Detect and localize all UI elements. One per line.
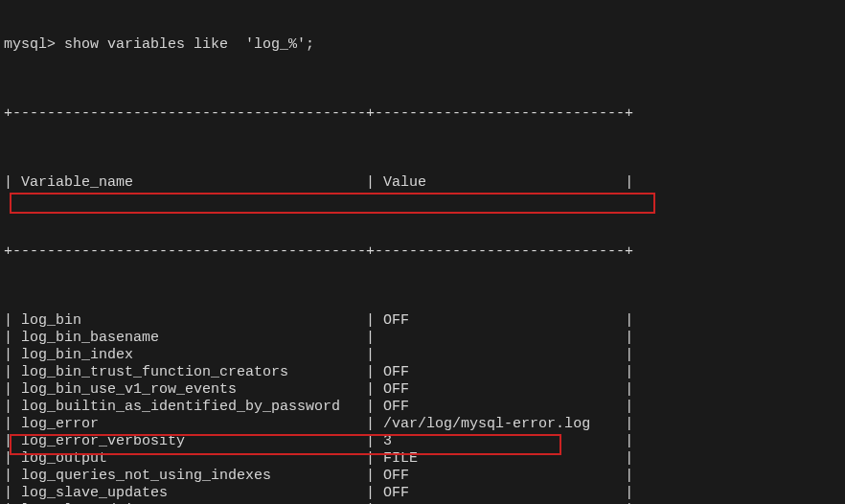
table-row: | log_bin_use_v1_row_events | OFF | (4, 381, 841, 399)
row-name: log_bin_index (21, 347, 366, 364)
highlight-log-error (10, 193, 655, 214)
pipe: | (366, 468, 383, 485)
row-name: log_builtin_as_identified_by_password (21, 399, 366, 416)
row-value: OFF (383, 485, 625, 502)
row-value: OFF (383, 468, 625, 485)
table-rows: | log_bin | OFF || log_bin_basename | ||… (4, 312, 841, 504)
sep-mid: -+---------------------------- (357, 243, 616, 261)
pipe: | (4, 450, 21, 468)
table-row: | log_error | /var/log/mysql-error.log | (4, 416, 841, 433)
pipe: | (4, 416, 21, 433)
pipe: | (625, 450, 633, 468)
table-row: | log_slave_updates | OFF | (4, 485, 841, 502)
sep-mid: -+---------------------------- (357, 105, 616, 123)
mysql-prompt: mysql> (4, 36, 64, 54)
table-sep-header: +---------------------------------------… (4, 243, 841, 261)
row-value: OFF (383, 312, 625, 330)
pipe: | (366, 364, 383, 381)
pipe: | (4, 485, 21, 502)
pipe: | (4, 174, 21, 192)
table-header-row: | Variable_name | Value | (4, 174, 841, 192)
row-name: log_bin_trust_function_creators (21, 364, 366, 381)
row-value: OFF (383, 399, 625, 416)
table-row: | log_bin_index | | (4, 347, 841, 364)
pipe: | (4, 330, 21, 347)
row-value: OFF (383, 364, 625, 381)
row-name: log_error_verbosity (21, 433, 366, 450)
row-value (383, 347, 625, 364)
table-row: | log_queries_not_using_indexes | OFF | (4, 468, 841, 485)
row-value (383, 330, 625, 347)
row-name: log_error (21, 416, 366, 433)
row-name: log_slave_updates (21, 485, 366, 502)
row-value: 3 (383, 433, 625, 450)
row-value: FILE (383, 450, 625, 468)
pipe: | (625, 399, 633, 416)
pipe: | (4, 347, 21, 364)
table-sep-top: +---------------------------------------… (4, 105, 841, 123)
row-value: /var/log/mysql-error.log (383, 416, 625, 433)
pipe: | (366, 485, 383, 502)
pipe: | (366, 381, 383, 399)
pipe: | (625, 381, 633, 399)
sep-left: +---------------------------------------… (4, 243, 357, 261)
pipe: | (366, 433, 383, 450)
pipe: | (366, 312, 383, 330)
table-row: | log_bin_basename | | (4, 330, 841, 347)
pipe: | (4, 468, 21, 485)
command-line: mysql> show variables like 'log_%'; (4, 36, 841, 54)
row-name: log_bin (21, 312, 366, 330)
row-value: OFF (383, 381, 625, 399)
pipe: | (4, 399, 21, 416)
pipe: | (366, 450, 383, 468)
terminal-output: mysql> show variables like 'log_%'; +---… (0, 0, 845, 504)
pipe: | (4, 381, 21, 399)
pipe: | (4, 312, 21, 330)
header-name: Variable_name (21, 174, 366, 192)
pipe: | (625, 416, 633, 433)
table-row: | log_bin | OFF | (4, 312, 841, 330)
row-name: log_queries_not_using_indexes (21, 468, 366, 485)
pipe: | (366, 399, 383, 416)
pipe: | (625, 485, 633, 502)
pipe: | (366, 174, 383, 192)
pipe: | (625, 330, 633, 347)
row-name: log_bin_use_v1_row_events (21, 381, 366, 399)
pipe: | (625, 312, 633, 330)
table-row: | log_bin_trust_function_creators | OFF … (4, 364, 841, 381)
pipe: | (625, 468, 633, 485)
pipe: | (366, 330, 383, 347)
pipe: | (4, 433, 21, 450)
sql-command: show variables like 'log_%'; (64, 36, 314, 54)
pipe: | (625, 174, 633, 192)
table-row: | log_builtin_as_identified_by_password … (4, 399, 841, 416)
table-row: | log_output | FILE | (4, 450, 841, 468)
header-value: Value (383, 174, 625, 192)
pipe: | (625, 364, 633, 381)
pipe: | (4, 364, 21, 381)
pipe: | (366, 347, 383, 364)
sep-right: -+ (616, 105, 633, 123)
pipe: | (625, 433, 633, 450)
table-row: | log_error_verbosity | 3 | (4, 433, 841, 450)
pipe: | (625, 347, 633, 364)
sep-right: -+ (616, 243, 633, 261)
sep-left: +---------------------------------------… (4, 105, 357, 123)
pipe: | (366, 416, 383, 433)
row-name: log_bin_basename (21, 330, 366, 347)
row-name: log_output (21, 450, 366, 468)
